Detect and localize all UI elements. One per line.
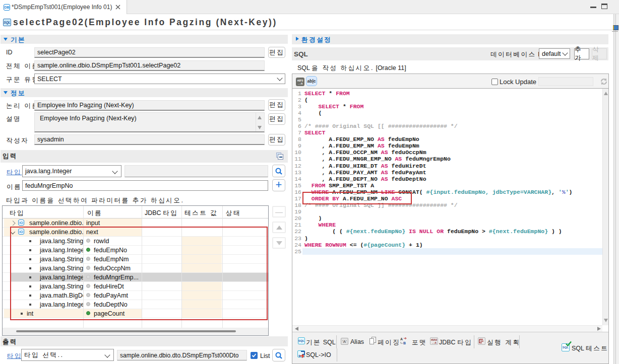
svg-text:B: B <box>403 341 406 345</box>
svg-text:A: A <box>400 337 403 341</box>
